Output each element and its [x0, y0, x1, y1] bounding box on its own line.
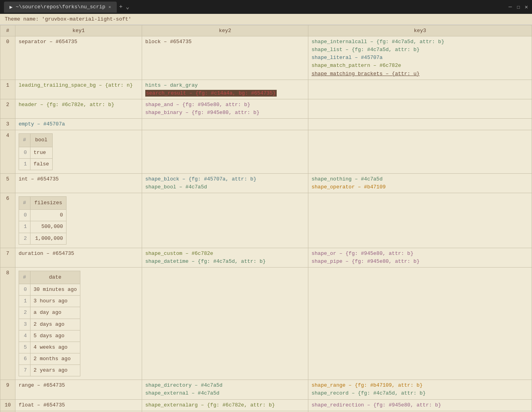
row-3-key1: empty – #45707a	[15, 119, 142, 130]
inner-table-row: 3 2 days ago	[19, 319, 80, 330]
row-10-key3: shape_redirection – {fg: #945e80, attr: …	[308, 399, 532, 411]
inner-table-filesizes: # filesizes 0 0 1 500,000	[19, 196, 66, 245]
table-row: 7 duration – #654735 shape_custom – #6c7…	[0, 248, 532, 267]
row-num-1: 1	[0, 80, 15, 99]
inner-col-bool: bool	[30, 134, 52, 147]
row-9-key2: shape_directory – #4c7a5d shape_external…	[142, 380, 308, 399]
table-row: 5 int – #654735 shape_block – {fg: #4570…	[0, 173, 532, 193]
theme-bar: Theme name: 'gruvbox-material-light-soft…	[0, 14, 532, 25]
main-content: # key1 key2 key3 0 separator – #654735 b…	[0, 25, 532, 412]
row-num-7: 7	[0, 248, 15, 267]
row-6-key3	[308, 193, 532, 248]
table-row: 1 leading_trailing_space_bg – {attr: n} …	[0, 80, 532, 99]
inner-col-hash: #	[19, 134, 30, 147]
table-header-row: # key1 key2 key3	[0, 25, 532, 36]
terminal-icon: ▶	[10, 4, 13, 10]
row-9-key1: range – #654735	[15, 380, 142, 399]
window-controls: — ☐ ✕	[509, 4, 528, 10]
row-2-key3	[308, 99, 532, 118]
row-10-key2: shape_externalarg – {fg: #6c782e, attr: …	[142, 399, 308, 411]
row-num-9: 9	[0, 380, 15, 399]
inner-table-row: 7 2 years ago	[19, 365, 80, 376]
row-3-key2	[142, 119, 308, 130]
inner-table-row: 6 2 months ago	[19, 353, 80, 365]
row-0-key1: separator – #654735	[15, 36, 142, 80]
row-num-6: 6	[0, 193, 15, 248]
tab-dropdown-button[interactable]: ⌄	[126, 3, 129, 11]
table-row: 10 float – #654735 shape_externalarg – {…	[0, 399, 532, 411]
minimize-button[interactable]: —	[509, 4, 512, 10]
inner-table-row: 5 4 weeks ago	[19, 342, 80, 353]
row-num-3: 3	[0, 119, 15, 130]
row-10-key1: float – #654735	[15, 399, 142, 411]
row-2-key1: header – {fg: #6c782e, attr: b}	[15, 99, 142, 118]
row-num-10: 10	[0, 399, 15, 411]
col-header-key3: key3	[308, 25, 532, 36]
theme-name-label: Theme name: 'gruvbox-material-light-soft…	[5, 16, 131, 22]
row-num-5: 5	[0, 173, 15, 193]
row-4-key2	[142, 130, 308, 173]
row-0-key3: shape_internalcall – {fg: #4c7a5d, attr:…	[308, 36, 532, 80]
row-num-8: 8	[0, 267, 15, 380]
row-1-key1: leading_trailing_space_bg – {attr: n}	[15, 80, 142, 99]
col-header-key2: key2	[142, 25, 308, 36]
row-num-0: 0	[0, 36, 15, 80]
inner-table-date: # date 0 30 minutes ago 1 3 hours	[19, 271, 80, 376]
row-5-key2: shape_block – {fg: #45707a, attr: b} sha…	[142, 173, 308, 193]
row-2-key2: shape_and – {fg: #945e80, attr: b} shape…	[142, 99, 308, 118]
row-9-key3: shape_range – {fg: #b47109, attr: b} sha…	[308, 380, 532, 399]
row-5-key1: int – #654735	[15, 173, 142, 193]
row-7-key3: shape_or – {fg: #945e80, attr: b} shape_…	[308, 248, 532, 267]
row-4-key1: # bool 0 true 1 false	[15, 130, 142, 173]
titlebar: ▶ ~\source\repos\forks\nu_scrip ✕ + ⌄ — …	[0, 0, 532, 14]
table-row: 4 # bool 0 true	[0, 130, 532, 173]
row-8-key3	[308, 267, 532, 380]
new-tab-button[interactable]: +	[119, 4, 123, 10]
inner-table-row: 1 500,000	[19, 221, 66, 233]
data-table: # key1 key2 key3 0 separator – #654735 b…	[0, 25, 532, 412]
row-7-key2: shape_custom – #6c782e shape_datetime – …	[142, 248, 308, 267]
table-row: 0 separator – #654735 block – #654735 sh…	[0, 36, 532, 80]
inner-table-row: 2 1,000,000	[19, 233, 66, 244]
inner-table-row: 0 true	[19, 147, 53, 158]
inner-table-row: 0 30 minutes ago	[19, 284, 80, 296]
inner-table-row: 1 false	[19, 158, 53, 170]
inner-table-row: 4 5 days ago	[19, 330, 80, 342]
col-header-hash: #	[0, 25, 15, 36]
row-5-key3: shape_nothing – #4c7a5d shape_operator –…	[308, 173, 532, 193]
row-3-key3	[308, 119, 532, 130]
close-window-button[interactable]: ✕	[525, 4, 528, 10]
restore-button[interactable]: ☐	[517, 4, 520, 10]
table-row: 2 header – {fg: #6c782e, attr: b} shape_…	[0, 99, 532, 118]
row-8-key1: # date 0 30 minutes ago 1 3 hours	[15, 267, 142, 380]
row-1-key2: hints – dark_gray search_result – {fg: #…	[142, 80, 308, 99]
row-1-key3	[308, 80, 532, 99]
row-num-4: 4	[0, 130, 15, 173]
inner-table-row: 2 a day ago	[19, 307, 80, 319]
col-header-key1: key1	[15, 25, 142, 36]
tab-label: ~\source\repos\forks\nu_scrip	[16, 4, 105, 10]
inner-table-row: 1 3 hours ago	[19, 296, 80, 307]
row-0-key2: block – #654735	[142, 36, 308, 80]
table-row: 3 empty – #45707a	[0, 119, 532, 130]
table-row: 8 # date 0 30 minutes ago	[0, 267, 532, 380]
row-7-key1: duration – #654735	[15, 248, 142, 267]
row-4-key3	[308, 130, 532, 173]
active-tab[interactable]: ▶ ~\source\repos\forks\nu_scrip ✕	[4, 2, 117, 13]
row-6-key1: # filesizes 0 0 1 500,000	[15, 193, 142, 248]
row-8-key2	[142, 267, 308, 380]
row-num-2: 2	[0, 99, 15, 118]
table-row: 9 range – #654735 shape_directory – #4c7…	[0, 380, 532, 399]
table-row: 6 # filesizes 0 0	[0, 193, 532, 248]
row-6-key2	[142, 193, 308, 248]
tab-close-button[interactable]: ✕	[108, 4, 111, 9]
inner-table-row: 0 0	[19, 210, 66, 221]
inner-table-bool: # bool 0 true 1 false	[19, 133, 53, 170]
